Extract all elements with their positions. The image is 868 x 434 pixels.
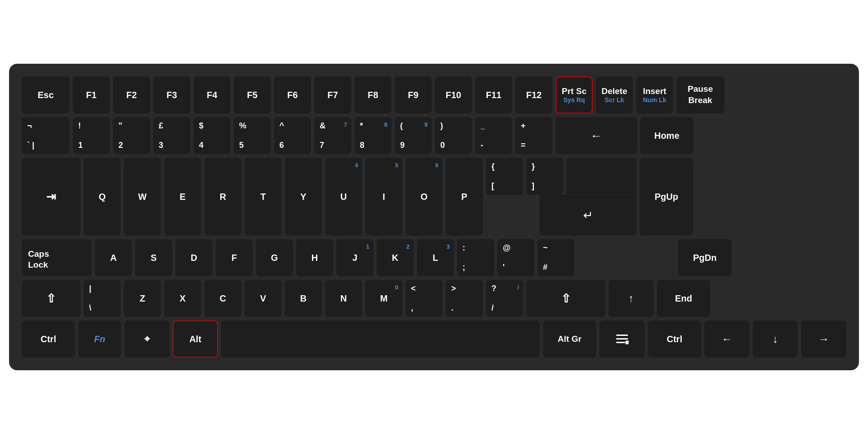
key-x[interactable]: X — [164, 280, 201, 317]
key-f12[interactable]: F12 — [515, 76, 552, 113]
row-bottom: Ctrl Fn ⌖ Alt Alt Gr Ctrl ← ↓ → — [22, 321, 846, 358]
key-comma[interactable]: < , — [406, 280, 443, 317]
key-3[interactable]: £ 3 — [153, 117, 190, 154]
key-backslash[interactable]: | \ — [84, 280, 121, 317]
key-u[interactable]: 4 U — [325, 158, 362, 236]
key-w[interactable]: W — [124, 158, 161, 236]
key-space[interactable] — [221, 321, 540, 358]
key-7[interactable]: 7 & 7 — [314, 117, 351, 154]
key-r[interactable]: R — [204, 158, 241, 236]
key-home[interactable]: Home — [640, 117, 693, 154]
key-q[interactable]: Q — [84, 158, 121, 236]
key-v[interactable]: V — [245, 280, 282, 317]
key-8[interactable]: 8 * 8 — [354, 117, 392, 154]
key-e[interactable]: E — [164, 158, 201, 236]
key-f8[interactable]: F8 — [354, 76, 392, 113]
key-f1[interactable]: F1 — [73, 76, 110, 113]
key-4[interactable]: $ 4 — [193, 117, 231, 154]
key-t[interactable]: T — [245, 158, 282, 236]
keyboard: Esc F1 F2 F3 F4 F5 F6 F7 F8 F9 F10 F11 F… — [9, 64, 859, 370]
key-f[interactable]: F — [216, 239, 253, 276]
row-zxcv: ⇧ | \ Z X C V B N 0 M < , > . / ? / ⇧ ↑ … — [22, 280, 846, 317]
key-9[interactable]: 9 ( 9 — [395, 117, 432, 154]
key-o[interactable]: 6 O — [406, 158, 443, 236]
key-f4[interactable]: F4 — [193, 76, 231, 113]
key-m[interactable]: 0 M — [365, 280, 402, 317]
key-semicolon[interactable]: : ; — [457, 239, 494, 276]
key-f2[interactable]: F2 — [113, 76, 150, 113]
key-backspace[interactable]: ← — [556, 117, 637, 154]
key-n[interactable]: N — [325, 280, 362, 317]
key-down[interactable]: ↓ — [753, 321, 798, 358]
key-equals[interactable]: + = — [515, 117, 552, 154]
key-rshift[interactable]: ⇧ — [526, 280, 605, 317]
key-esc[interactable]: Esc — [22, 76, 70, 113]
key-c[interactable]: C — [204, 280, 241, 317]
key-hash[interactable]: ~ # — [538, 239, 575, 276]
key-g[interactable]: G — [256, 239, 293, 276]
key-lctrl[interactable]: Ctrl — [22, 321, 75, 358]
key-up[interactable]: ↑ — [609, 280, 654, 317]
key-f11[interactable]: F11 — [475, 76, 512, 113]
key-f10[interactable]: F10 — [435, 76, 472, 113]
key-period[interactable]: > . — [446, 280, 483, 317]
key-rctrl[interactable]: Ctrl — [648, 321, 701, 358]
key-k[interactable]: 2 K — [377, 239, 414, 276]
key-altgr[interactable]: Alt Gr — [543, 321, 596, 358]
key-s[interactable]: S — [135, 239, 172, 276]
key-lbracket[interactable]: { [ — [486, 158, 523, 195]
row-qwerty: ⇥ Q W E R T Y 4 U 5 I 6 O P { [ } ] ↵ — [22, 158, 846, 236]
key-h[interactable]: H — [296, 239, 333, 276]
key-i[interactable]: 5 I — [365, 158, 402, 236]
key-backtick[interactable]: ¬ ` | — [22, 117, 70, 154]
key-rbracket[interactable]: } ] — [526, 158, 563, 195]
key-lshift[interactable]: ⇧ — [22, 280, 80, 317]
key-end[interactable]: End — [657, 280, 710, 317]
key-slash[interactable]: / ? / — [486, 280, 523, 317]
key-cmd[interactable]: ⌖ — [124, 321, 170, 358]
key-alt[interactable]: Alt — [173, 321, 218, 358]
key-6[interactable]: ^ 6 — [274, 117, 311, 154]
key-2[interactable]: " 2 — [113, 117, 150, 154]
key-delete[interactable]: Delete Scr Lk — [596, 76, 633, 113]
key-prtsc[interactable]: Prt Sc Sys Rq — [556, 76, 593, 113]
key-f3[interactable]: F3 — [153, 76, 190, 113]
key-tab[interactable]: ⇥ — [22, 158, 80, 236]
row-asdf: CapsLock A S D F G H 1 J 2 K 3 L : ; @ '… — [22, 239, 846, 276]
svg-rect-0 — [616, 335, 628, 336]
key-fn[interactable]: Fn — [78, 321, 121, 358]
key-z[interactable]: Z — [124, 280, 161, 317]
key-f6[interactable]: F6 — [274, 76, 311, 113]
svg-rect-3 — [625, 340, 629, 344]
key-p[interactable]: P — [446, 158, 483, 236]
key-y[interactable]: Y — [285, 158, 322, 236]
key-enter-container[interactable]: ↵ — [566, 158, 637, 236]
key-0[interactable]: ) 0 — [435, 117, 472, 154]
key-b[interactable]: B — [285, 280, 322, 317]
key-pause[interactable]: PauseBreak — [676, 76, 724, 113]
key-1[interactable]: ! 1 — [73, 117, 110, 154]
key-menu[interactable] — [599, 321, 645, 358]
key-insert[interactable]: Insert Num Lk — [636, 76, 673, 113]
svg-rect-4 — [626, 341, 628, 342]
key-right[interactable]: → — [801, 321, 846, 358]
svg-rect-5 — [626, 343, 628, 344]
key-caps-lock[interactable]: CapsLock — [22, 239, 92, 276]
key-f9[interactable]: F9 — [395, 76, 432, 113]
key-5[interactable]: % 5 — [234, 117, 271, 154]
key-f5[interactable]: F5 — [234, 76, 271, 113]
key-left[interactable]: ← — [704, 321, 750, 358]
key-minus[interactable]: _ - — [475, 117, 512, 154]
key-d[interactable]: D — [175, 239, 212, 276]
key-pgdn[interactable]: PgDn — [678, 239, 731, 276]
svg-rect-2 — [616, 342, 625, 343]
row-numbers: ¬ ` | ! 1 " 2 £ 3 $ 4 % 5 ^ 6 7 & — [22, 117, 846, 154]
row-function: Esc F1 F2 F3 F4 F5 F6 F7 F8 F9 F10 F11 F… — [22, 76, 846, 113]
key-a[interactable]: A — [95, 239, 132, 276]
svg-rect-1 — [616, 338, 628, 340]
key-f7[interactable]: F7 — [314, 76, 351, 113]
key-l[interactable]: 3 L — [417, 239, 454, 276]
key-quote[interactable]: @ ' — [497, 239, 534, 276]
key-j[interactable]: 1 J — [336, 239, 373, 276]
key-pgup[interactable]: PgUp — [640, 158, 693, 236]
